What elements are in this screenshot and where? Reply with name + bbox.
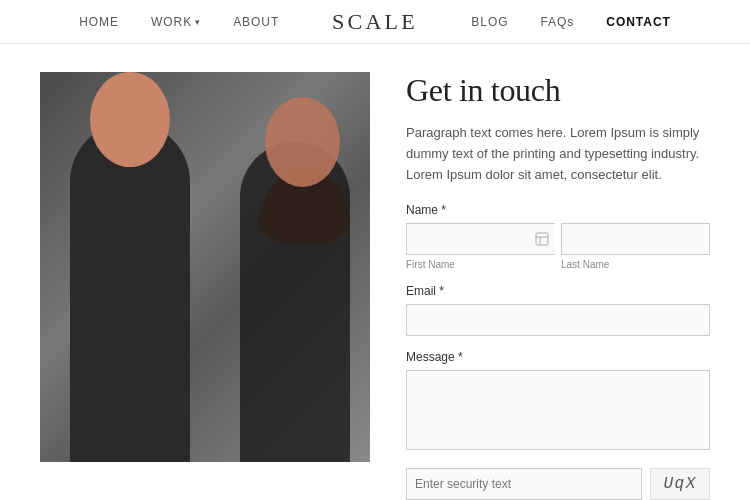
first-name-wrap	[406, 223, 555, 255]
security-input[interactable]	[406, 468, 642, 500]
name-row	[406, 223, 710, 255]
nav-work[interactable]: WORK ▾	[151, 15, 201, 29]
head-right	[265, 97, 340, 187]
separator-icon	[529, 226, 555, 252]
nav-contact[interactable]: CONTACT	[606, 15, 671, 29]
captcha-display: UqX	[650, 468, 710, 500]
email-input[interactable]	[406, 304, 710, 336]
name-sublabel-row: First Name Last Name	[406, 259, 710, 270]
head-left	[90, 72, 170, 167]
nav-home[interactable]: HOME	[79, 15, 119, 29]
name-label: Name *	[406, 203, 710, 217]
chevron-down-icon: ▾	[195, 17, 201, 27]
message-textarea[interactable]	[406, 370, 710, 450]
email-label: Email *	[406, 284, 710, 298]
nav-blog[interactable]: BLOG	[471, 15, 508, 29]
navigation: HOME WORK ▾ ABOUT SCALE BLOG FAQs CONTAC…	[0, 0, 750, 44]
first-name-label: First Name	[406, 259, 555, 270]
contact-form-section: Get in touch Paragraph text comes here. …	[406, 72, 710, 500]
form-description: Paragraph text comes here. Lorem Ipsum i…	[406, 123, 710, 185]
nav-left: HOME WORK ▾ ABOUT	[79, 15, 279, 29]
svg-rect-0	[536, 233, 548, 245]
last-name-wrap	[561, 223, 710, 255]
hero-image	[40, 72, 370, 462]
page-title: Get in touch	[406, 72, 710, 109]
last-name-label: Last Name	[561, 259, 710, 270]
message-group: Message *	[406, 350, 710, 454]
nav-right: BLOG FAQs CONTACT	[471, 15, 671, 29]
nav-about[interactable]: ABOUT	[233, 15, 279, 29]
message-label: Message *	[406, 350, 710, 364]
main-content: Get in touch Paragraph text comes here. …	[0, 44, 750, 500]
last-name-input[interactable]	[561, 223, 710, 255]
nav-faqs[interactable]: FAQs	[540, 15, 574, 29]
security-row: UqX	[406, 468, 710, 500]
email-group: Email *	[406, 284, 710, 336]
site-logo: SCALE	[332, 9, 418, 35]
figure-right	[240, 142, 350, 462]
photo-placeholder	[40, 72, 370, 462]
figure-left	[70, 122, 190, 462]
